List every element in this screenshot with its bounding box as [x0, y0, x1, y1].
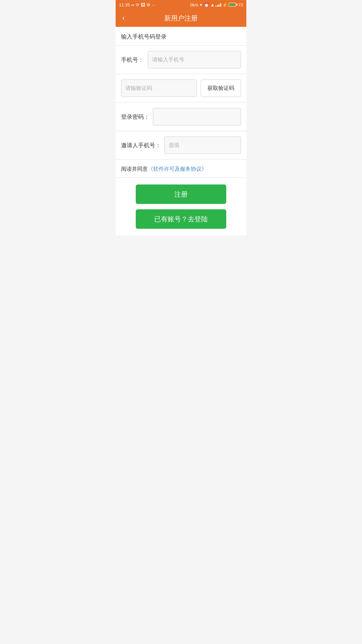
image-icon: 🖼	[141, 2, 145, 7]
invite-section: 邀请人手机号：	[116, 131, 246, 160]
phone-section: 手机号：	[116, 46, 246, 74]
status-left: 11:35 ∞ ⟳ 🖼 ⚙ ···	[119, 2, 156, 7]
verify-row: 获取验证码	[121, 79, 241, 97]
alarm-icon: ⏰	[204, 2, 209, 7]
phone-input[interactable]	[148, 51, 241, 68]
data-speed: 0k/s	[190, 2, 198, 7]
back-button[interactable]: ‹	[121, 12, 126, 24]
page-title: 新用户注册	[164, 14, 198, 23]
status-right: 0k/s ✦ ⏰ ▲ ⚡ 73	[190, 2, 243, 7]
verify-code-input[interactable]	[121, 79, 197, 97]
battery-percent: 73	[238, 2, 243, 7]
password-section: 登录密码：	[116, 103, 246, 131]
lightning-icon: ⚡	[222, 2, 228, 7]
invite-row: 邀请人手机号：	[121, 137, 241, 154]
password-row: 登录密码：	[121, 108, 241, 125]
signal-bars	[216, 3, 221, 7]
section-title: 输入手机号码登录	[116, 27, 246, 46]
invite-label: 邀请人手机号：	[121, 142, 161, 149]
time: 11:35	[119, 2, 130, 7]
get-code-button[interactable]: 获取验证码	[201, 79, 241, 97]
invite-input[interactable]	[164, 137, 241, 154]
buttons-section: 注册 已有账号？去登陆	[116, 178, 246, 235]
settings-icon: ⚙	[146, 2, 150, 7]
header: ‹ 新用户注册	[116, 9, 246, 27]
register-button[interactable]: 注册	[136, 184, 226, 204]
sync-icon: ⟳	[136, 2, 139, 7]
form-content: 输入手机号码登录 手机号： 获取验证码 登录密码： 邀请人手机号： 阅读并同意《…	[116, 27, 246, 235]
dots-icon: ···	[152, 2, 156, 7]
terms-prefix: 阅读并同意	[121, 166, 148, 172]
wifi-icon: ▲	[210, 2, 215, 7]
status-bar: 11:35 ∞ ⟳ 🖼 ⚙ ··· 0k/s ✦ ⏰ ▲ ⚡ 73	[116, 0, 246, 9]
phone-row: 手机号：	[121, 51, 241, 68]
password-label: 登录密码：	[121, 113, 149, 121]
battery-icon	[229, 3, 237, 7]
terms-link[interactable]: 《软件许可及服务协议》	[148, 166, 207, 172]
bluetooth-icon: ✦	[199, 2, 203, 7]
login-button[interactable]: 已有账号？去登陆	[136, 209, 226, 229]
phone-label: 手机号：	[121, 56, 144, 64]
verify-section: 获取验证码	[116, 74, 246, 103]
terms-section: 阅读并同意《软件许可及服务协议》	[116, 160, 246, 178]
password-input[interactable]	[153, 108, 241, 125]
infinity-icon: ∞	[131, 2, 134, 7]
